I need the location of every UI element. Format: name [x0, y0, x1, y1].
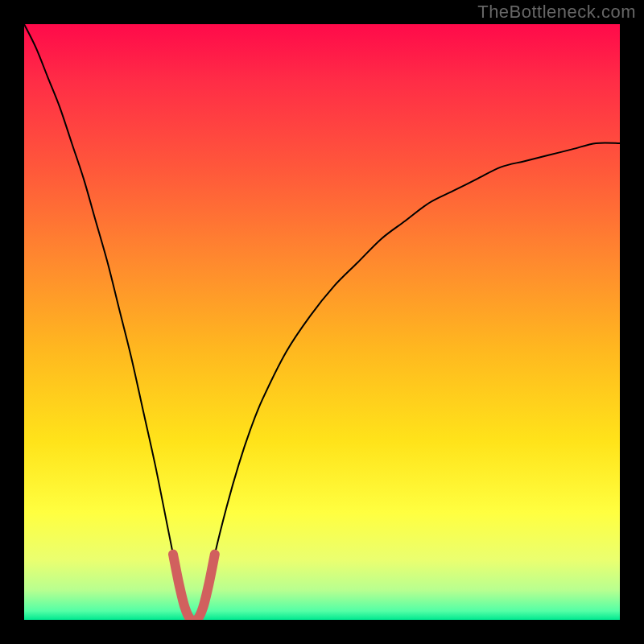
plot-background — [24, 24, 620, 620]
watermark-text: TheBottleneck.com — [477, 2, 636, 23]
bottleneck-chart — [0, 0, 644, 644]
chart-container: TheBottleneck.com — [0, 0, 644, 644]
